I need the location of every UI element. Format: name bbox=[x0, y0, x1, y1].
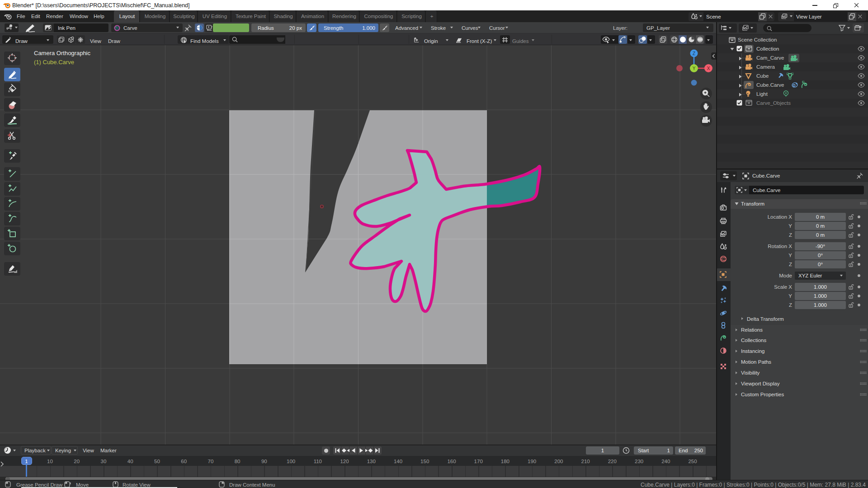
svg-text:X: X bbox=[707, 66, 710, 71]
svg-text:Y: Y bbox=[693, 66, 696, 71]
svg-text:Z: Z bbox=[693, 51, 695, 56]
